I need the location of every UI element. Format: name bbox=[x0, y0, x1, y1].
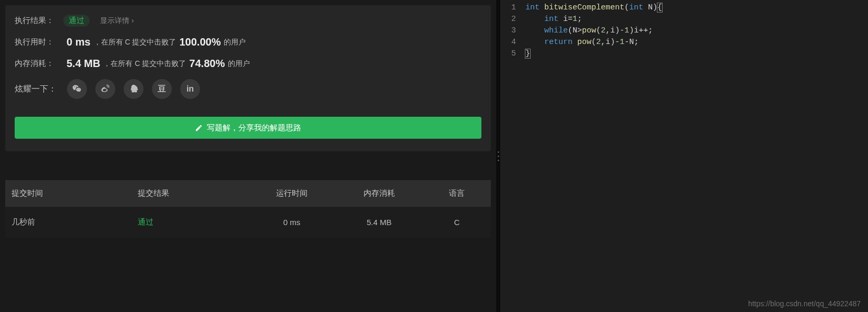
th-memory: 内存消耗 bbox=[335, 180, 423, 207]
runtime-value: 0 ms bbox=[67, 36, 91, 48]
cell-time: 几秒前 bbox=[5, 207, 131, 238]
left-pane: 执行结果： 通过 显示详情 执行用时： 0 ms ，在所有 C 提交中击败了 1… bbox=[0, 0, 496, 312]
pane-divider[interactable] bbox=[496, 0, 500, 312]
line-number: 1 bbox=[500, 2, 525, 14]
douban-icon[interactable]: 豆 bbox=[152, 79, 172, 99]
submissions-table: 提交时间 提交结果 运行时间 内存消耗 语言 几秒前 通过 0 ms 5.4 M… bbox=[5, 180, 491, 238]
submissions-table-wrap: 提交时间 提交结果 运行时间 内存消耗 语言 几秒前 通过 0 ms 5.4 M… bbox=[5, 180, 491, 238]
th-result: 提交结果 bbox=[131, 180, 248, 207]
write-solution-button[interactable]: 写题解，分享我的解题思路 bbox=[15, 117, 481, 139]
share-label: 炫耀一下： bbox=[15, 84, 57, 95]
table-row[interactable]: 几秒前 通过 0 ms 5.4 MB C bbox=[5, 207, 491, 238]
linkedin-icon[interactable]: in bbox=[180, 79, 200, 99]
code-line: int i=1; bbox=[525, 14, 868, 25]
weibo-icon[interactable] bbox=[95, 79, 115, 99]
th-runtime: 运行时间 bbox=[248, 180, 335, 207]
result-row: 执行结果： 通过 显示详情 bbox=[15, 15, 481, 27]
code-line: return pow(2,i)-1-N; bbox=[525, 37, 868, 48]
cell-runtime: 0 ms bbox=[248, 207, 335, 238]
result-label: 执行结果： bbox=[15, 16, 54, 26]
runtime-row: 执行用时： 0 ms ，在所有 C 提交中击败了 100.00% 的用户 bbox=[15, 36, 481, 48]
code-area[interactable]: int bitwiseComplement(int N){ int i=1; w… bbox=[525, 0, 868, 312]
result-card: 执行结果： 通过 显示详情 执行用时： 0 ms ，在所有 C 提交中击败了 1… bbox=[5, 5, 491, 151]
cell-result: 通过 bbox=[131, 207, 248, 238]
runtime-suffix: 的用户 bbox=[224, 38, 246, 47]
cell-lang: C bbox=[423, 207, 491, 238]
memory-pct: 74.80% bbox=[189, 58, 225, 70]
memory-mid: ，在所有 C 提交中击败了 bbox=[103, 59, 186, 69]
status-badge: 通过 bbox=[63, 15, 90, 27]
runtime-label: 执行用时： bbox=[15, 37, 54, 47]
line-number: 2 bbox=[500, 14, 525, 25]
memory-label: 内存消耗： bbox=[15, 59, 54, 69]
memory-suffix: 的用户 bbox=[228, 59, 250, 69]
pencil-icon bbox=[195, 124, 203, 132]
code-editor[interactable]: 1 2 3 4 5 int bitwiseComplement(int N){ … bbox=[500, 0, 868, 312]
code-line: int bitwiseComplement(int N){ bbox=[525, 2, 868, 14]
wechat-icon[interactable] bbox=[67, 79, 87, 99]
write-solution-label: 写题解，分享我的解题思路 bbox=[207, 123, 301, 133]
line-number: 5 bbox=[500, 48, 525, 60]
code-line: while(N>pow(2,i)-1)i++; bbox=[525, 25, 868, 37]
line-number: 4 bbox=[500, 37, 525, 48]
memory-row: 内存消耗： 5.4 MB ，在所有 C 提交中击败了 74.80% 的用户 bbox=[15, 58, 481, 70]
cursor: { bbox=[657, 3, 662, 12]
table-header-row: 提交时间 提交结果 运行时间 内存消耗 语言 bbox=[5, 180, 491, 207]
cell-memory: 5.4 MB bbox=[335, 207, 423, 238]
memory-value: 5.4 MB bbox=[67, 58, 100, 70]
qq-icon[interactable] bbox=[124, 79, 144, 99]
show-detail-link[interactable]: 显示详情 bbox=[100, 16, 134, 26]
th-time: 提交时间 bbox=[5, 180, 131, 207]
th-lang: 语言 bbox=[423, 180, 491, 207]
line-number: 3 bbox=[500, 25, 525, 37]
share-row: 炫耀一下： 豆 in bbox=[15, 79, 481, 99]
runtime-mid: ，在所有 C 提交中击败了 bbox=[94, 38, 177, 47]
code-line: } bbox=[525, 48, 868, 60]
watermark: https://blog.csdn.net/qq_44922487 bbox=[748, 299, 861, 308]
line-gutter: 1 2 3 4 5 bbox=[500, 0, 525, 312]
runtime-pct: 100.00% bbox=[179, 36, 221, 48]
